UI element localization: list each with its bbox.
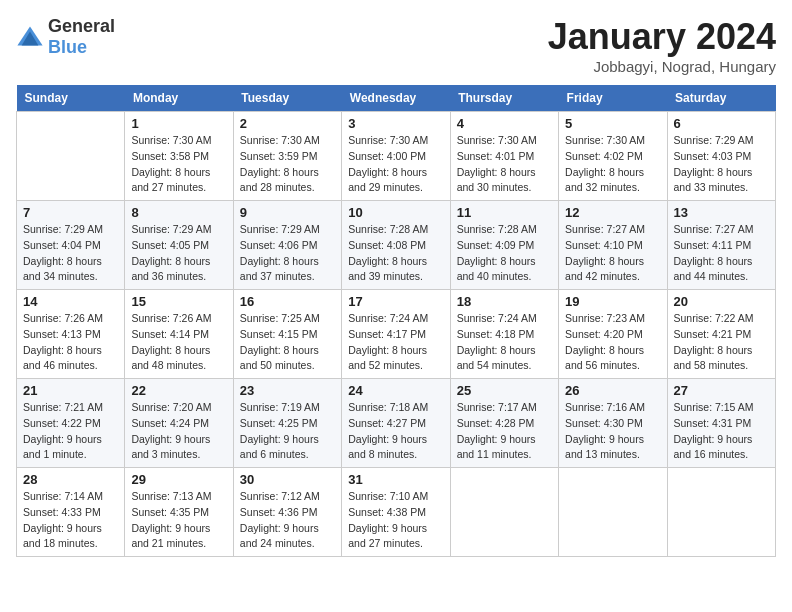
day-cell: 3Sunrise: 7:30 AMSunset: 4:00 PMDaylight… xyxy=(342,112,450,201)
day-number: 9 xyxy=(240,205,335,220)
day-number: 2 xyxy=(240,116,335,131)
day-info: Sunrise: 7:27 AMSunset: 4:11 PMDaylight:… xyxy=(674,222,769,285)
day-info: Sunrise: 7:17 AMSunset: 4:28 PMDaylight:… xyxy=(457,400,552,463)
day-cell: 12Sunrise: 7:27 AMSunset: 4:10 PMDayligh… xyxy=(559,201,667,290)
day-info: Sunrise: 7:21 AMSunset: 4:22 PMDaylight:… xyxy=(23,400,118,463)
day-info: Sunrise: 7:29 AMSunset: 4:05 PMDaylight:… xyxy=(131,222,226,285)
day-info: Sunrise: 7:16 AMSunset: 4:30 PMDaylight:… xyxy=(565,400,660,463)
day-cell: 5Sunrise: 7:30 AMSunset: 4:02 PMDaylight… xyxy=(559,112,667,201)
day-info: Sunrise: 7:29 AMSunset: 4:04 PMDaylight:… xyxy=(23,222,118,285)
day-info: Sunrise: 7:30 AMSunset: 3:59 PMDaylight:… xyxy=(240,133,335,196)
weekday-header-wednesday: Wednesday xyxy=(342,85,450,112)
day-info: Sunrise: 7:13 AMSunset: 4:35 PMDaylight:… xyxy=(131,489,226,552)
day-info: Sunrise: 7:24 AMSunset: 4:17 PMDaylight:… xyxy=(348,311,443,374)
day-cell: 9Sunrise: 7:29 AMSunset: 4:06 PMDaylight… xyxy=(233,201,341,290)
logo: General Blue xyxy=(16,16,115,58)
day-info: Sunrise: 7:27 AMSunset: 4:10 PMDaylight:… xyxy=(565,222,660,285)
day-info: Sunrise: 7:28 AMSunset: 4:08 PMDaylight:… xyxy=(348,222,443,285)
calendar-table: SundayMondayTuesdayWednesdayThursdayFrid… xyxy=(16,85,776,557)
day-number: 27 xyxy=(674,383,769,398)
week-row-1: 1Sunrise: 7:30 AMSunset: 3:58 PMDaylight… xyxy=(17,112,776,201)
day-number: 22 xyxy=(131,383,226,398)
week-row-4: 21Sunrise: 7:21 AMSunset: 4:22 PMDayligh… xyxy=(17,379,776,468)
day-cell: 28Sunrise: 7:14 AMSunset: 4:33 PMDayligh… xyxy=(17,468,125,557)
day-number: 4 xyxy=(457,116,552,131)
day-number: 26 xyxy=(565,383,660,398)
day-info: Sunrise: 7:29 AMSunset: 4:06 PMDaylight:… xyxy=(240,222,335,285)
day-number: 11 xyxy=(457,205,552,220)
day-number: 25 xyxy=(457,383,552,398)
week-row-3: 14Sunrise: 7:26 AMSunset: 4:13 PMDayligh… xyxy=(17,290,776,379)
day-number: 1 xyxy=(131,116,226,131)
day-cell: 20Sunrise: 7:22 AMSunset: 4:21 PMDayligh… xyxy=(667,290,775,379)
day-info: Sunrise: 7:30 AMSunset: 3:58 PMDaylight:… xyxy=(131,133,226,196)
location-title: Jobbagyi, Nograd, Hungary xyxy=(548,58,776,75)
title-section: January 2024 Jobbagyi, Nograd, Hungary xyxy=(548,16,776,75)
day-info: Sunrise: 7:28 AMSunset: 4:09 PMDaylight:… xyxy=(457,222,552,285)
month-title: January 2024 xyxy=(548,16,776,58)
day-cell xyxy=(667,468,775,557)
day-info: Sunrise: 7:18 AMSunset: 4:27 PMDaylight:… xyxy=(348,400,443,463)
day-cell: 30Sunrise: 7:12 AMSunset: 4:36 PMDayligh… xyxy=(233,468,341,557)
day-cell: 14Sunrise: 7:26 AMSunset: 4:13 PMDayligh… xyxy=(17,290,125,379)
day-number: 16 xyxy=(240,294,335,309)
day-info: Sunrise: 7:30 AMSunset: 4:02 PMDaylight:… xyxy=(565,133,660,196)
day-cell: 8Sunrise: 7:29 AMSunset: 4:05 PMDaylight… xyxy=(125,201,233,290)
day-cell: 16Sunrise: 7:25 AMSunset: 4:15 PMDayligh… xyxy=(233,290,341,379)
day-cell: 29Sunrise: 7:13 AMSunset: 4:35 PMDayligh… xyxy=(125,468,233,557)
day-cell: 2Sunrise: 7:30 AMSunset: 3:59 PMDaylight… xyxy=(233,112,341,201)
day-cell: 1Sunrise: 7:30 AMSunset: 3:58 PMDaylight… xyxy=(125,112,233,201)
day-cell: 18Sunrise: 7:24 AMSunset: 4:18 PMDayligh… xyxy=(450,290,558,379)
day-cell: 10Sunrise: 7:28 AMSunset: 4:08 PMDayligh… xyxy=(342,201,450,290)
day-number: 30 xyxy=(240,472,335,487)
day-number: 10 xyxy=(348,205,443,220)
day-info: Sunrise: 7:26 AMSunset: 4:13 PMDaylight:… xyxy=(23,311,118,374)
day-cell: 7Sunrise: 7:29 AMSunset: 4:04 PMDaylight… xyxy=(17,201,125,290)
weekday-header-row: SundayMondayTuesdayWednesdayThursdayFrid… xyxy=(17,85,776,112)
day-cell: 19Sunrise: 7:23 AMSunset: 4:20 PMDayligh… xyxy=(559,290,667,379)
day-cell: 17Sunrise: 7:24 AMSunset: 4:17 PMDayligh… xyxy=(342,290,450,379)
day-number: 14 xyxy=(23,294,118,309)
day-number: 13 xyxy=(674,205,769,220)
day-info: Sunrise: 7:14 AMSunset: 4:33 PMDaylight:… xyxy=(23,489,118,552)
page-header: General Blue January 2024 Jobbagyi, Nogr… xyxy=(16,16,776,75)
day-info: Sunrise: 7:20 AMSunset: 4:24 PMDaylight:… xyxy=(131,400,226,463)
day-info: Sunrise: 7:30 AMSunset: 4:00 PMDaylight:… xyxy=(348,133,443,196)
calendar-body: 1Sunrise: 7:30 AMSunset: 3:58 PMDaylight… xyxy=(17,112,776,557)
day-cell: 4Sunrise: 7:30 AMSunset: 4:01 PMDaylight… xyxy=(450,112,558,201)
weekday-header-monday: Monday xyxy=(125,85,233,112)
week-row-2: 7Sunrise: 7:29 AMSunset: 4:04 PMDaylight… xyxy=(17,201,776,290)
day-number: 3 xyxy=(348,116,443,131)
day-cell: 11Sunrise: 7:28 AMSunset: 4:09 PMDayligh… xyxy=(450,201,558,290)
weekday-header-saturday: Saturday xyxy=(667,85,775,112)
day-cell: 22Sunrise: 7:20 AMSunset: 4:24 PMDayligh… xyxy=(125,379,233,468)
weekday-header-friday: Friday xyxy=(559,85,667,112)
logo-blue: Blue xyxy=(48,37,87,57)
day-info: Sunrise: 7:24 AMSunset: 4:18 PMDaylight:… xyxy=(457,311,552,374)
day-cell: 25Sunrise: 7:17 AMSunset: 4:28 PMDayligh… xyxy=(450,379,558,468)
day-info: Sunrise: 7:15 AMSunset: 4:31 PMDaylight:… xyxy=(674,400,769,463)
logo-icon xyxy=(16,23,44,51)
day-number: 29 xyxy=(131,472,226,487)
day-number: 6 xyxy=(674,116,769,131)
day-info: Sunrise: 7:23 AMSunset: 4:20 PMDaylight:… xyxy=(565,311,660,374)
day-cell xyxy=(559,468,667,557)
day-number: 24 xyxy=(348,383,443,398)
day-info: Sunrise: 7:25 AMSunset: 4:15 PMDaylight:… xyxy=(240,311,335,374)
day-number: 20 xyxy=(674,294,769,309)
day-number: 19 xyxy=(565,294,660,309)
day-info: Sunrise: 7:30 AMSunset: 4:01 PMDaylight:… xyxy=(457,133,552,196)
day-number: 12 xyxy=(565,205,660,220)
day-info: Sunrise: 7:29 AMSunset: 4:03 PMDaylight:… xyxy=(674,133,769,196)
week-row-5: 28Sunrise: 7:14 AMSunset: 4:33 PMDayligh… xyxy=(17,468,776,557)
day-number: 28 xyxy=(23,472,118,487)
day-number: 21 xyxy=(23,383,118,398)
day-info: Sunrise: 7:26 AMSunset: 4:14 PMDaylight:… xyxy=(131,311,226,374)
day-number: 8 xyxy=(131,205,226,220)
day-cell: 26Sunrise: 7:16 AMSunset: 4:30 PMDayligh… xyxy=(559,379,667,468)
day-cell xyxy=(17,112,125,201)
day-cell: 13Sunrise: 7:27 AMSunset: 4:11 PMDayligh… xyxy=(667,201,775,290)
day-number: 5 xyxy=(565,116,660,131)
weekday-header-sunday: Sunday xyxy=(17,85,125,112)
weekday-header-tuesday: Tuesday xyxy=(233,85,341,112)
